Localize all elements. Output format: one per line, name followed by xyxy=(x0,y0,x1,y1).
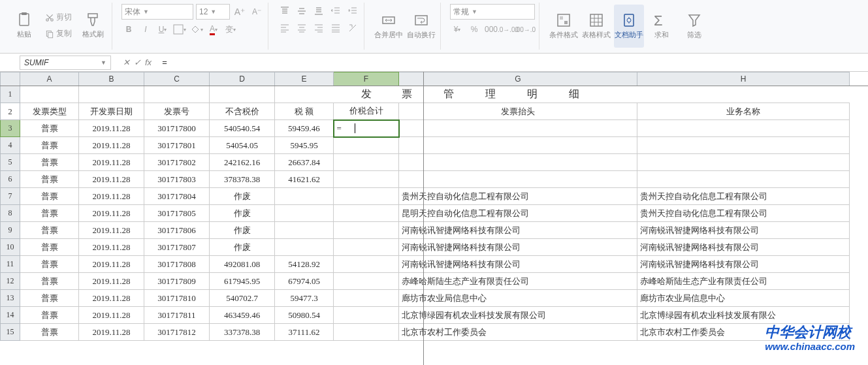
cell[interactable]: 54054.05 xyxy=(210,137,275,154)
cell[interactable]: 301717807 xyxy=(144,239,210,256)
cell[interactable] xyxy=(275,222,334,239)
number-format-combo[interactable]: 常规▼ xyxy=(450,4,535,20)
align-right-button[interactable] xyxy=(312,21,326,35)
select-all-corner[interactable] xyxy=(1,72,20,86)
row-header[interactable]: 4 xyxy=(1,137,20,154)
cell[interactable]: 普票 xyxy=(20,239,79,256)
cell[interactable]: 2019.11.28 xyxy=(79,205,144,222)
column-header[interactable]: D xyxy=(210,72,275,86)
cell[interactable]: 廊坊市农业局信息中心 xyxy=(399,290,637,307)
cut-button[interactable]: 剪切 xyxy=(42,10,75,25)
column-header[interactable]: G xyxy=(399,72,637,86)
copy-button[interactable]: 复制 xyxy=(42,26,75,41)
cell[interactable] xyxy=(637,171,850,188)
orientation-button[interactable] xyxy=(346,21,360,35)
column-header[interactable]: B xyxy=(79,72,144,86)
cell[interactable]: 北京博绿园有机农业科技发展有限公司 xyxy=(399,307,637,324)
bold-button[interactable]: B xyxy=(121,22,136,37)
cell[interactable] xyxy=(399,171,637,188)
cell[interactable]: 378378.38 xyxy=(210,171,275,188)
cell[interactable]: 河南锐讯智捷网络科技有限公司 xyxy=(637,239,850,256)
cell[interactable]: 2019.11.28 xyxy=(79,171,144,188)
cell[interactable]: 普票 xyxy=(20,205,79,222)
row-header[interactable]: 12 xyxy=(1,273,20,290)
cell[interactable]: 50980.54 xyxy=(275,307,334,324)
cell[interactable]: 普票 xyxy=(20,290,79,307)
cell[interactable]: 普票 xyxy=(20,137,79,154)
cell[interactable]: 492081.08 xyxy=(210,256,275,273)
cell[interactable]: 普票 xyxy=(20,171,79,188)
cell[interactable] xyxy=(334,239,399,256)
currency-button[interactable]: ¥▾ xyxy=(450,22,464,37)
cell[interactable]: 301717811 xyxy=(144,307,210,324)
cell[interactable]: 67974.05 xyxy=(275,273,334,290)
cancel-formula-button[interactable]: ✕ xyxy=(123,57,130,67)
cell[interactable] xyxy=(334,171,399,188)
column-header[interactable]: E xyxy=(275,72,334,86)
row-header[interactable]: 15 xyxy=(1,324,20,341)
column-header[interactable]: A xyxy=(20,72,79,86)
cell[interactable]: 北京市农村工作委员会 xyxy=(637,324,850,341)
cell[interactable] xyxy=(334,290,399,307)
row-header[interactable]: 3 xyxy=(1,120,20,137)
align-bottom-button[interactable] xyxy=(312,4,326,18)
cell[interactable]: 2019.11.28 xyxy=(79,256,144,273)
merge-center-button[interactable]: 合并居中 xyxy=(374,5,404,48)
cell[interactable]: 2019.11.28 xyxy=(79,120,144,137)
cell[interactable]: 2019.11.28 xyxy=(79,137,144,154)
row-header[interactable]: 9 xyxy=(1,222,20,239)
table-style-button[interactable]: 表格样式 xyxy=(581,5,611,48)
cell[interactable]: 2019.11.28 xyxy=(79,188,144,205)
cell[interactable] xyxy=(334,307,399,324)
doc-assist-button[interactable]: 文档助手 xyxy=(614,5,644,48)
align-top-button[interactable] xyxy=(278,4,292,18)
row-header[interactable]: 2 xyxy=(1,103,20,120)
cell[interactable] xyxy=(637,137,850,154)
cell[interactable]: 2019.11.28 xyxy=(79,307,144,324)
font-color-button[interactable]: A▾ xyxy=(206,22,221,37)
decrease-font-button[interactable]: A⁻ xyxy=(249,5,264,19)
cell[interactable] xyxy=(275,205,334,222)
row-header[interactable]: 14 xyxy=(1,307,20,324)
formula-input[interactable]: = xyxy=(157,57,868,67)
cell[interactable] xyxy=(399,154,637,171)
cell[interactable]: 作废 xyxy=(210,239,275,256)
cell[interactable]: 301717801 xyxy=(144,137,210,154)
row-header[interactable]: 10 xyxy=(1,239,20,256)
percent-button[interactable]: % xyxy=(467,22,481,37)
cell[interactable] xyxy=(637,154,850,171)
cell[interactable]: 617945.95 xyxy=(210,273,275,290)
cell[interactable]: 301717804 xyxy=(144,188,210,205)
cell[interactable]: 2019.11.28 xyxy=(79,324,144,341)
cell[interactable]: 301717806 xyxy=(144,222,210,239)
cell[interactable]: 贵州天控自动化信息工程有限公司 xyxy=(637,205,850,222)
cell[interactable]: 赤峰哈斯陆生态产业有限责任公司 xyxy=(399,273,637,290)
spreadsheet-grid[interactable]: ABCDEFGH1发票 管 理 明 细2发票类型开发票日期发票号不含税价税 额价… xyxy=(0,72,868,365)
cell[interactable]: 贵州天控自动化信息工程有限公司 xyxy=(637,188,850,205)
cell[interactable]: = xyxy=(334,120,399,137)
decrease-decimal-button[interactable]: .00→.0 xyxy=(518,22,532,37)
cell[interactable]: 北京博绿园有机农业科技发展有限公 xyxy=(637,307,850,324)
cell[interactable]: 337378.38 xyxy=(210,324,275,341)
conditional-format-button[interactable]: 条件格式 xyxy=(549,5,579,48)
column-header[interactable]: F xyxy=(334,72,399,86)
cell[interactable] xyxy=(334,256,399,273)
fx-button[interactable]: fx xyxy=(145,57,152,67)
cell[interactable]: 河南锐讯智捷网络科技有限公司 xyxy=(637,222,850,239)
cell[interactable]: 昆明天控自动化信息工程有限公司 xyxy=(399,205,637,222)
cell[interactable]: 普票 xyxy=(20,188,79,205)
cell[interactable]: 242162.16 xyxy=(210,154,275,171)
cell[interactable]: 赤峰哈斯陆生态产业有限责任公司 xyxy=(637,273,850,290)
row-header[interactable]: 8 xyxy=(1,205,20,222)
cell[interactable] xyxy=(334,324,399,341)
cell[interactable]: 301717805 xyxy=(144,205,210,222)
phonetic-button[interactable]: 变▾ xyxy=(223,22,238,37)
cell[interactable]: 贵州天控自动化信息工程有限公司 xyxy=(399,188,637,205)
row-header[interactable]: 6 xyxy=(1,171,20,188)
increase-font-button[interactable]: A⁺ xyxy=(233,5,247,19)
cell[interactable] xyxy=(334,205,399,222)
align-left-button[interactable] xyxy=(278,21,292,35)
cell[interactable]: 26637.84 xyxy=(275,154,334,171)
cell[interactable]: 301717808 xyxy=(144,256,210,273)
cell[interactable]: 2019.11.28 xyxy=(79,239,144,256)
